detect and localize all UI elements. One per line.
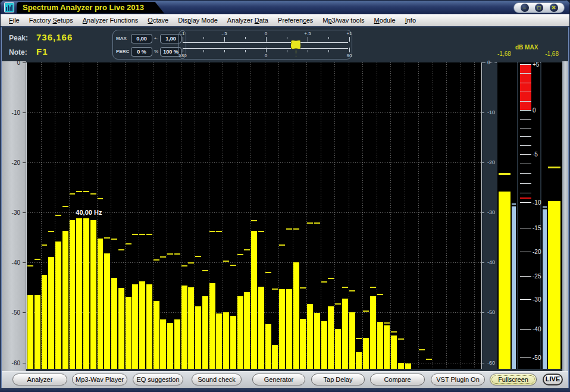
meter-main-bar xyxy=(548,201,560,369)
menu-item-analyzer-data[interactable]: Analyzer Data xyxy=(223,17,273,24)
balance-slider[interactable]: -1-.50+.5+1180090 xyxy=(178,30,352,59)
right-axis-label: -30 xyxy=(487,209,495,215)
spectrum-bar xyxy=(76,218,82,369)
meter-scale-tick xyxy=(520,145,531,146)
meter-scale-tick-major xyxy=(520,228,531,228)
meter-scale-label: -40 xyxy=(533,326,541,333)
slider-scale-top-label: -.5 xyxy=(221,31,227,36)
module-toolbar: AnalyzerMp3-Wav PlayerEQ suggestionSound… xyxy=(2,371,568,388)
meter-rms-peak-marker xyxy=(543,206,547,208)
spectrum-bar xyxy=(98,239,104,369)
spectrum-bar xyxy=(272,345,278,369)
menu-item-octave[interactable]: Octave xyxy=(143,17,173,24)
mp3-wav-player-button[interactable]: Mp3-Wav Player xyxy=(72,374,127,385)
meter-scale-label: -15 xyxy=(533,225,541,231)
slider-tick xyxy=(183,37,183,42)
meter-scale-tick xyxy=(520,193,531,193)
left-axis-label: -60 xyxy=(12,360,20,366)
meter-scale-label: -5 xyxy=(533,151,538,158)
peak-hold-marker xyxy=(370,287,376,288)
menu-item-factory-setups[interactable]: Factory Setups xyxy=(24,17,78,24)
eq-suggestion-button[interactable]: EQ suggestion xyxy=(133,374,183,385)
slider-track[interactable] xyxy=(183,42,348,49)
slider-scale-top-label: +.5 xyxy=(304,31,311,36)
peak-hold-marker xyxy=(391,331,397,333)
peak-hold-marker xyxy=(118,249,124,250)
minimize-button[interactable]: – xyxy=(521,4,529,12)
menu-item-display-mode[interactable]: Display Mode xyxy=(173,17,223,24)
peak-hold-marker xyxy=(230,265,236,266)
meter-scale-label: -10 xyxy=(533,199,541,206)
menu-item-info[interactable]: Info xyxy=(400,17,421,24)
max-separator: +- xyxy=(154,36,159,41)
menu-item-mp3-wav-tools[interactable]: Mp3/wav tools xyxy=(318,17,369,24)
peak-hold-marker xyxy=(181,265,187,266)
tap-delay-button[interactable]: Tap Delay xyxy=(311,374,365,385)
close-button[interactable]: ✕ xyxy=(550,4,558,12)
menu-item-preferences[interactable]: Preferences xyxy=(273,17,318,24)
spectrum-bar xyxy=(279,289,285,369)
fullscreen-button[interactable]: Fullscreen xyxy=(490,374,537,385)
menu-item-analyzer-functions[interactable]: Analyzer Functions xyxy=(78,17,143,24)
meter-red-limit-line xyxy=(520,197,531,199)
live-button[interactable]: LIVE xyxy=(543,374,563,385)
sound-check-button[interactable]: Sound check xyxy=(192,374,242,385)
slider-tick xyxy=(183,48,183,52)
spectrum-bar xyxy=(342,299,348,369)
meter-scale-label: -50 xyxy=(533,355,541,361)
vst-plugin-on-button[interactable]: VST Plugin On xyxy=(431,374,485,385)
spectrum-bar xyxy=(126,297,131,369)
slider-handle-tail xyxy=(296,49,297,57)
slider-tick xyxy=(308,37,308,42)
peak-hold-marker xyxy=(70,193,76,195)
spectrum-bar xyxy=(216,313,222,369)
menu-item-module[interactable]: Module xyxy=(369,17,400,24)
peak-hold-marker xyxy=(244,249,250,250)
gridline-vertical xyxy=(418,62,419,369)
peak-hold-marker xyxy=(384,322,390,324)
slider-tick xyxy=(287,37,287,39)
compare-button[interactable]: Compare xyxy=(370,374,425,385)
peak-hold-marker xyxy=(426,359,432,360)
meter-scale-tick-major xyxy=(520,110,531,111)
spectrum-bar xyxy=(42,275,48,369)
perc-separator: % xyxy=(154,49,159,54)
slider-handle[interactable] xyxy=(291,40,300,49)
menu-item-file[interactable]: File xyxy=(4,17,24,24)
title-bar[interactable]: Spectrum Analyzer pro Live 2013 –□✕ xyxy=(1,1,569,14)
top-panel: Peak: 736,166 Note: F1 MAX 0,00 +- 1,00 … xyxy=(2,27,568,62)
note-label: Note: xyxy=(9,48,36,57)
peak-note-readout: Peak: 736,166 Note: F1 xyxy=(9,32,73,57)
meter-scale-tick xyxy=(520,73,531,74)
window-bottom-edge xyxy=(0,388,570,392)
meter-left-channel xyxy=(497,62,517,369)
slider-tick xyxy=(328,50,329,52)
window-right-edge xyxy=(562,61,568,372)
peak-hold-marker xyxy=(286,228,292,230)
gridline-vertical xyxy=(265,62,265,369)
max-min-input[interactable]: 0,00 xyxy=(131,34,152,43)
peak-hold-marker xyxy=(27,265,33,266)
peak-label: Peak: xyxy=(9,34,36,42)
slider-scale-top-label: +1 xyxy=(346,31,352,36)
maximize-button[interactable]: □ xyxy=(535,4,543,12)
slider-tick xyxy=(328,37,329,39)
spectrum-bar xyxy=(265,324,271,369)
analyzer-button[interactable]: Analyzer xyxy=(12,374,67,385)
peak-hold-marker xyxy=(174,253,180,255)
perc-min-input[interactable]: 0 % xyxy=(131,47,152,57)
gridline-vertical xyxy=(474,62,475,369)
spectrum-bar xyxy=(195,306,201,369)
meter-scale-tick xyxy=(520,83,531,83)
right-axis-tick xyxy=(482,262,484,263)
spectrum-bar xyxy=(209,283,215,369)
slider-tick xyxy=(245,37,246,39)
peak-hold-marker xyxy=(349,290,355,291)
right-axis-label: -10 xyxy=(487,109,495,115)
spectrum-bar xyxy=(48,257,54,369)
meter-scale-label: +5 xyxy=(533,61,539,68)
slider-scale-top-label: 0 xyxy=(265,31,267,36)
spectrum-bar xyxy=(356,352,362,369)
generator-button[interactable]: Generator xyxy=(252,374,305,385)
peak-hold-marker xyxy=(35,259,40,260)
